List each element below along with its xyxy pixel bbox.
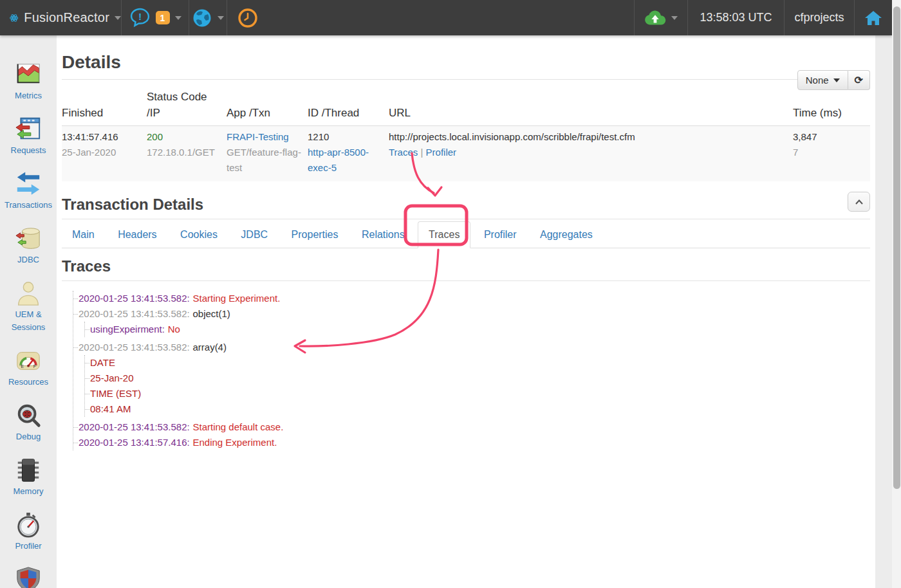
table-row[interactable]: 13:41:57.416 25-Jan-2020 200 172.18.0.1/… <box>62 126 870 181</box>
tab-properties[interactable]: Properties <box>281 222 349 248</box>
chevron-down-icon <box>833 78 840 82</box>
cell-time: 3,847 7 <box>793 129 870 176</box>
globe-menu[interactable] <box>189 0 227 35</box>
tab-headers[interactable]: Headers <box>107 222 167 248</box>
home-button[interactable] <box>854 0 892 35</box>
jdbc-database-icon <box>0 225 57 252</box>
cloud-menu[interactable] <box>634 0 687 35</box>
traces-section-title: Traces <box>62 257 870 275</box>
traces-link[interactable]: Traces <box>389 147 418 158</box>
memory-chip-icon <box>0 457 57 484</box>
chevron-down-icon <box>115 16 121 20</box>
brand-menu[interactable]: FusionReactor <box>0 0 121 35</box>
app-link[interactable]: FRAPI-Testing <box>227 131 289 142</box>
cell-id-thread: 1210 http-apr-8500-exec-5 <box>308 129 389 176</box>
cell-status-ip: 200 172.18.0.1/GET <box>147 129 227 176</box>
tab-main[interactable]: Main <box>62 222 105 248</box>
trace-message: Ending Experiment. <box>192 437 277 448</box>
tab-label: Aggregates <box>530 222 603 248</box>
col-header-status-line2: /IP <box>147 105 221 121</box>
txn-name: GET/feature-flag-test <box>227 145 302 176</box>
tab-label: Traces <box>418 221 470 248</box>
main-content: Details None ⟳ Finished Status Code /IP … <box>57 35 875 588</box>
refresh-button[interactable]: ⟳ <box>848 70 870 90</box>
page-scrollbar-thumb[interactable] <box>893 6 900 489</box>
sidebar-item-uem-sessions[interactable]: UEM & Sessions <box>0 280 57 334</box>
shield-icon <box>0 566 57 588</box>
tab-cookies[interactable]: Cookies <box>170 222 228 248</box>
home-icon <box>864 9 883 27</box>
cell-finished: 13:41:57.416 25-Jan-2020 <box>62 129 147 176</box>
tab-aggregates[interactable]: Aggregates <box>530 222 603 248</box>
col-header-app-txn: App /Txn <box>227 105 308 121</box>
cell-url: http://projects.local.invisionapp.com/sc… <box>389 129 793 176</box>
status-code: 200 <box>147 129 221 145</box>
clock-menu[interactable] <box>227 0 268 35</box>
ip-method: 172.18.0.1/GET <box>147 145 221 160</box>
svg-text:F: F <box>33 364 36 369</box>
details-toolbar: None ⟳ <box>797 70 870 90</box>
trace-timestamp: 2020-01-25 13:41:53.582: <box>79 293 190 304</box>
transaction-details-header: Transaction Details <box>62 196 870 219</box>
sidebar-item-protection[interactable]: Protection <box>0 566 57 588</box>
refresh-icon: ⟳ <box>855 74 863 86</box>
sidebar-item-jdbc[interactable]: JDBC <box>0 225 57 266</box>
sidebar-item-profiler[interactable]: Profiler <box>0 511 57 553</box>
trace-line: 2020-01-25 13:41:53.582:array(4) <box>73 340 870 355</box>
clock-icon <box>237 8 258 28</box>
tab-label: JDBC <box>230 222 278 248</box>
sidebar-item-label: Memory <box>0 485 57 498</box>
tab-relations[interactable]: Relations <box>351 222 415 248</box>
link-separator: | <box>420 147 423 158</box>
profiler-link[interactable]: Profiler <box>426 147 457 158</box>
filter-dropdown-button[interactable]: None <box>797 70 848 90</box>
trace-message: Starting default case. <box>192 421 283 432</box>
trace-value: No <box>168 324 180 335</box>
transaction-details-title: Transaction Details <box>62 196 870 214</box>
trace-line: 2020-01-25 13:41:53.582:object(1) <box>73 306 870 322</box>
transaction-tabs: Main Headers Cookies JDBC Properties Rel… <box>62 221 870 248</box>
tab-label: Relations <box>351 222 415 248</box>
trace-array-item: 25-Jan-20 <box>85 371 870 386</box>
sidebar-item-debug[interactable]: Debug <box>0 402 57 443</box>
col-header-status-ip: Status Code /IP <box>147 89 227 121</box>
tab-profiler[interactable]: Profiler <box>474 222 527 248</box>
gauge-icon: E F <box>0 347 57 374</box>
sidebar: Metrics Requests Transact <box>0 35 57 588</box>
sidebar-item-transactions[interactable]: Transactions <box>0 170 57 212</box>
utc-clock: 13:58:03 UTC <box>687 0 784 35</box>
sidebar-item-metrics[interactable]: Metrics <box>0 61 57 102</box>
sidebar-item-resources[interactable]: E F Resources <box>0 347 57 389</box>
sidebar-item-memory[interactable]: Memory <box>0 457 57 498</box>
alert-bubble-icon: ! <box>129 7 151 28</box>
page-scrollbar[interactable] <box>892 0 901 588</box>
sidebar-item-label: Debug <box>0 430 57 443</box>
trace-line: 2020-01-25 13:41:53.582:Starting default… <box>73 419 870 435</box>
page: FusionReactor ! 1 <box>0 0 901 588</box>
instance-name[interactable]: cfprojects <box>784 0 854 35</box>
finished-date: 25-Jan-2020 <box>62 145 142 160</box>
trace-message: array(4) <box>192 342 227 353</box>
trace-timestamp: 2020-01-25 13:41:53.582: <box>79 308 190 319</box>
tab-traces[interactable]: Traces <box>418 221 470 248</box>
trace-timestamp: 2020-01-25 13:41:53.582: <box>79 421 190 432</box>
collapse-button[interactable] <box>848 192 870 212</box>
request-url: http://projects.local.invisionapp.com/sc… <box>389 129 788 145</box>
sidebar-item-requests[interactable]: Requests <box>0 116 57 157</box>
tab-label: Properties <box>281 222 349 248</box>
thread-link[interactable]: http-apr-8500-exec-5 <box>308 145 384 176</box>
alerts-menu[interactable]: ! 1 <box>121 0 189 35</box>
sidebar-item-label: Requests <box>0 144 57 157</box>
tab-jdbc[interactable]: JDBC <box>230 222 278 248</box>
cell-app-txn: FRAPI-Testing GET/feature-flag-test <box>227 129 308 176</box>
globe-icon <box>192 8 212 28</box>
sidebar-item-label: JDBC <box>0 253 57 266</box>
fusionreactor-logo-icon <box>9 7 19 29</box>
sidebar-item-label: Metrics <box>0 89 57 102</box>
transaction-details-divider <box>62 219 870 219</box>
col-header-status-line1: Status Code <box>147 89 221 105</box>
transactions-icon <box>0 170 57 198</box>
cloud-upload-icon <box>644 10 666 26</box>
col-header-time: Time (ms) <box>793 105 870 121</box>
metrics-icon <box>0 61 57 88</box>
